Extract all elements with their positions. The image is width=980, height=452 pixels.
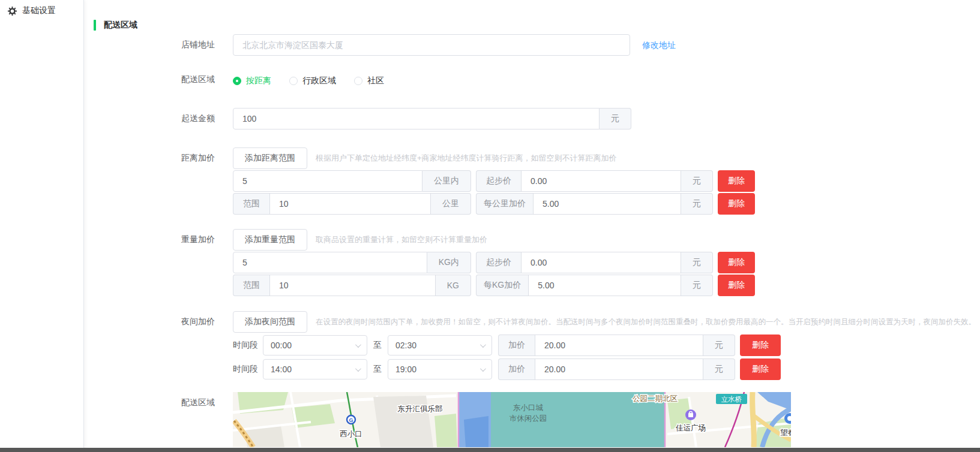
- surcharge-label: 加价: [498, 335, 535, 356]
- distance-fee-label: 距离加价: [94, 147, 215, 164]
- base-price-label: 起步价: [476, 170, 521, 192]
- surcharge-input[interactable]: [535, 335, 703, 356]
- map-label-park-north: 公园二期北区: [633, 394, 678, 403]
- surcharge-unit: 元: [703, 358, 735, 380]
- base-price-input[interactable]: [521, 170, 681, 192]
- distance-range-unit: 公里: [431, 193, 471, 215]
- radio-by-distance[interactable]: 按距离: [233, 76, 271, 86]
- distance-fee-row-1: 公里内 起步价 元 删除: [233, 170, 755, 192]
- distance-range-input[interactable]: [269, 193, 431, 215]
- per-km-price-input[interactable]: [533, 193, 681, 215]
- chevron-down-icon: [355, 342, 361, 348]
- per-km-price-label: 每公里加价: [476, 193, 533, 215]
- night-fee-label: 夜间加价: [94, 311, 215, 327]
- delete-button[interactable]: 删除: [740, 358, 781, 380]
- base-price-label: 起步价: [476, 252, 521, 273]
- weight-fee-section: 重量加价 添加重量范围 取商品设置的重量计算，如留空则不计算重量加价 KG内 起…: [94, 229, 980, 296]
- delete-button[interactable]: 删除: [740, 335, 781, 356]
- map-label-wangchun: 望春: [780, 429, 791, 437]
- start-time-select[interactable]: 14:00: [263, 359, 367, 379]
- night-fee-row-2: 时间段 14:00 至 19:00 加价 元 删除: [233, 358, 976, 381]
- min-order-label: 起送金额: [94, 108, 215, 124]
- end-time-select[interactable]: 19:00: [388, 359, 492, 379]
- radio-dot: [354, 77, 362, 85]
- base-price-unit: 元: [681, 170, 713, 192]
- night-fee-row-1: 时间段 00:00 至 02:30 加价 元 删除: [233, 334, 976, 357]
- map-building-patch: [373, 396, 433, 447]
- distance-limit-unit: 公里内: [422, 170, 471, 192]
- radio-dot: [233, 77, 241, 85]
- delivery-area-map[interactable]: G 西小口 东升汇俱乐部 东小口城 市休闲公园: [233, 392, 791, 447]
- edit-address-link[interactable]: 修改地址: [642, 34, 676, 56]
- delete-button[interactable]: 删除: [718, 170, 755, 192]
- period-label: 时间段: [233, 364, 258, 375]
- min-order-row: 起送金额 元: [94, 108, 980, 129]
- surcharge-label: 加价: [498, 358, 535, 380]
- to-label: 至: [373, 340, 382, 351]
- area-type-row: 配送区域 按距离 行政区域 社区: [94, 70, 980, 92]
- delete-button[interactable]: 删除: [718, 193, 755, 215]
- main-panel: 配送区域 店铺地址 修改地址 配送区域 按距离 行政区域 社区 起送金额: [85, 0, 980, 452]
- map-label-jiayun: 佳运广场: [676, 424, 706, 432]
- distance-limit-input[interactable]: [233, 170, 422, 192]
- map-highway: [753, 392, 754, 447]
- chevron-down-icon: [480, 342, 486, 348]
- delete-button[interactable]: 删除: [718, 275, 755, 296]
- radio-community[interactable]: 社区: [354, 76, 384, 86]
- weight-range-input[interactable]: [269, 275, 436, 296]
- page-title: 配送区域: [104, 20, 137, 31]
- night-fee-section: 夜间加价 添加夜间范围 在设置的夜间时间范围内下单，加收费用！如留空，则不计算夜…: [94, 311, 980, 381]
- map-water-dark: [464, 416, 488, 447]
- base-price-input[interactable]: [521, 252, 681, 273]
- add-night-range-button[interactable]: 添加夜间范围: [233, 311, 307, 333]
- sidebar: 基础设置: [0, 0, 84, 452]
- weight-range-unit: KG: [436, 275, 471, 296]
- chevron-down-icon: [480, 366, 486, 372]
- store-address-input[interactable]: [233, 34, 630, 56]
- min-order-unit: 元: [600, 108, 631, 129]
- range-label: 范围: [233, 275, 269, 296]
- store-address-label: 店铺地址: [94, 34, 215, 50]
- add-distance-range-button[interactable]: 添加距离范围: [233, 147, 307, 169]
- section-header: 配送区域: [94, 20, 980, 31]
- add-weight-range-button[interactable]: 添加重量范围: [233, 229, 307, 251]
- gear-icon: [8, 7, 17, 16]
- weight-fee-label: 重量加价: [94, 229, 215, 245]
- end-time-select[interactable]: 02:30: [388, 335, 492, 355]
- distance-fee-row-2: 范围 公里 每公里加价 元 删除: [233, 193, 755, 215]
- weight-fee-row-2: 范围 KG 每KG加价 元 删除: [233, 275, 755, 296]
- delivery-map-label: 配送区域: [94, 392, 215, 408]
- map-label-club: 东升汇俱乐部: [398, 405, 443, 413]
- delete-button[interactable]: 删除: [718, 252, 755, 273]
- weight-limit-input[interactable]: [233, 252, 427, 273]
- surcharge-input[interactable]: [535, 358, 703, 380]
- weight-fee-hint: 取商品设置的重量计算，如留空则不计算重量加价: [316, 229, 487, 251]
- map-label-lishuiqiao: 立水桥: [721, 396, 742, 403]
- map-park-patch: [434, 414, 457, 447]
- horizontal-scrollbar[interactable]: [0, 448, 980, 452]
- map-label-park-2: 市休闲公园: [510, 414, 547, 423]
- store-address-row: 店铺地址 修改地址: [94, 34, 980, 56]
- radio-admin-region[interactable]: 行政区域: [289, 76, 336, 86]
- weight-limit-unit: KG内: [427, 252, 471, 273]
- per-km-price-unit: 元: [681, 193, 713, 215]
- sidebar-item-label: 基础设置: [22, 5, 56, 16]
- distance-fee-hint: 根据用户下单定位地址经纬度+商家地址经纬度计算骑行距离，如留空则不计算距离加价: [316, 147, 617, 169]
- delivery-map-row: 配送区域 G: [94, 392, 980, 447]
- section-accent-bar: [94, 20, 96, 31]
- min-order-input[interactable]: [233, 108, 600, 129]
- per-kg-price-unit: 元: [681, 275, 713, 296]
- per-kg-price-input[interactable]: [528, 275, 681, 296]
- distance-fee-section: 距离加价 添加距离范围 根据用户下单定位地址经纬度+商家地址经纬度计算骑行距离，…: [94, 147, 980, 215]
- base-price-unit: 元: [681, 252, 713, 273]
- per-kg-price-label: 每KG加价: [476, 275, 528, 296]
- chevron-down-icon: [355, 366, 361, 372]
- map-label-park-1: 东小口城: [513, 403, 544, 412]
- map-label-xixiaokou: 西小口: [340, 430, 362, 438]
- area-type-label: 配送区域: [94, 70, 215, 85]
- start-time-select[interactable]: 00:00: [263, 335, 367, 355]
- surcharge-unit: 元: [703, 335, 735, 356]
- weight-fee-row-1: KG内 起步价 元 删除: [233, 252, 755, 273]
- period-label: 时间段: [233, 340, 258, 351]
- sidebar-item-basic-settings[interactable]: 基础设置: [0, 0, 83, 22]
